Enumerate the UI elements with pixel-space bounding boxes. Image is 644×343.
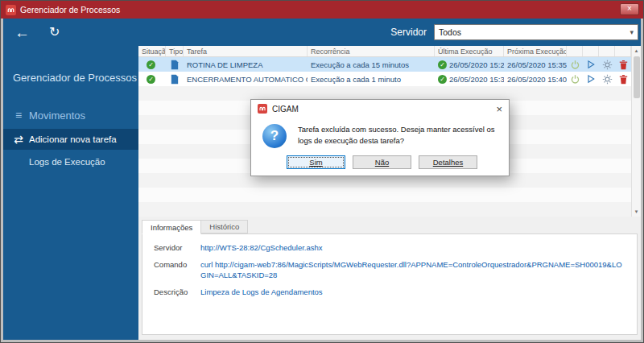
task-recurrence: Execução a cada 15 minutos	[308, 60, 435, 69]
window-close-button[interactable]: ×	[620, 3, 639, 15]
scroll-thumb[interactable]	[634, 56, 640, 98]
menu-icon: ≡	[8, 109, 29, 122]
column-situacao: Situação	[138, 46, 166, 56]
task-name: ENCERRAMENTO AUTOMATICO OS	[184, 75, 308, 84]
refresh-icon[interactable]: ↻	[49, 26, 60, 39]
yes-button[interactable]: Sim	[287, 155, 345, 169]
scrollbar[interactable]: ▴ ▾	[631, 46, 641, 217]
details-tabs: Informações Histórico	[142, 220, 638, 233]
task-next-run: 26/05/2020 15:40:00	[504, 75, 567, 84]
empty-row	[138, 188, 631, 202]
delete-trash-icon[interactable]	[615, 60, 631, 70]
table-row[interactable]: ✓ ENCERRAMENTO AUTOMATICO OS Execução a …	[138, 72, 631, 86]
tab-historico[interactable]: Histórico	[201, 220, 248, 233]
dialog-title: CIGAM	[272, 105, 299, 114]
chevron-down-icon: ▾	[630, 28, 634, 36]
confirmation-dialog: CIGAM × ? Tarefa excluída com sucesso. D…	[250, 99, 510, 176]
details-button[interactable]: Detalhes	[419, 155, 477, 169]
description-field: Descrição Limpeza de Logs de Agendamento…	[154, 287, 625, 297]
column-actions	[583, 46, 599, 56]
column-ultima-execucao: Última Execução	[435, 46, 504, 56]
description-field-value: Limpeza de Logs de Agendamentos	[200, 287, 323, 297]
delete-trash-icon[interactable]	[615, 74, 631, 85]
column-tarefa: Tarefa	[184, 46, 308, 56]
table-header: Situação Tipo Tarefa Recorrência Última …	[138, 46, 631, 57]
server-label: Servidor	[390, 27, 427, 38]
scroll-up-icon[interactable]: ▴	[632, 46, 641, 56]
app-window: Gerenciador de Processos × ← ↻ Servidor …	[0, 0, 644, 343]
task-name: ROTINA DE LIMPEZA	[184, 60, 308, 69]
task-type-icon	[166, 74, 184, 85]
run-now-icon[interactable]	[583, 60, 599, 69]
empty-row	[138, 202, 631, 217]
sidebar-title: Gerenciador de Processos	[3, 46, 138, 84]
no-button[interactable]: Não	[353, 155, 411, 169]
swap-icon: ⇄	[8, 133, 29, 146]
question-icon: ?	[262, 124, 287, 148]
dialog-titlebar: CIGAM ×	[251, 100, 509, 118]
dialog-buttons: Sim Não Detalhes	[287, 155, 477, 169]
task-type-icon	[166, 60, 184, 70]
column-actions	[567, 46, 583, 56]
main-content: Situação Tipo Tarefa Recorrência Última …	[138, 46, 641, 340]
sidebar-item-adicionar-nova-tarefa[interactable]: ⇄ Adicionar nova tarefa	[3, 129, 138, 150]
sidebar-item-logs-de-execucao[interactable]: Logs de Execução	[3, 151, 138, 172]
sidebar-item-label: Movimentos	[29, 110, 85, 122]
success-icon: ✓	[438, 60, 447, 69]
dialog-close-icon[interactable]: ×	[496, 104, 502, 114]
server-field-value[interactable]: http://WTS-28:82/CgScheduler.ashx	[200, 243, 323, 253]
status-ok-icon: ✓	[138, 75, 166, 84]
server-field: Servidor http://WTS-28:82/CgScheduler.as…	[154, 243, 625, 253]
details-panel: Informações Histórico Servidor http://WT…	[142, 220, 638, 335]
server-selected-value: Todos	[439, 27, 461, 37]
command-field: Comando curl http://cigam-web7:86/MagicS…	[154, 260, 625, 280]
column-actions	[599, 46, 615, 56]
scroll-down-icon[interactable]: ▾	[632, 207, 641, 217]
description-field-label: Descrição	[154, 287, 200, 297]
settings-gear-icon[interactable]	[599, 60, 615, 70]
column-proxima-execucao: Próxima Execução	[504, 46, 567, 56]
app-body: ← ↻ Servidor Todos ▾ Gerenciador de Proc…	[3, 19, 641, 340]
dialog-message: Tarefa excluída com sucesso. Deseja mant…	[298, 124, 497, 147]
window-titlebar: Gerenciador de Processos ×	[1, 1, 643, 19]
task-recurrence: Execução a cada 1 minuto	[308, 75, 435, 84]
command-field-label: Comando	[154, 260, 200, 280]
back-icon[interactable]: ←	[14, 25, 30, 40]
sidebar: Gerenciador de Processos ≡ Movimentos ⇄ …	[3, 46, 138, 340]
sidebar-item-label: Logs de Execução	[29, 157, 105, 167]
task-last-run: ✓26/05/2020 15:20:01	[435, 60, 504, 69]
tab-informacoes[interactable]: Informações	[142, 220, 201, 234]
status-ok-icon: ✓	[138, 60, 166, 69]
task-next-run: 26/05/2020 15:35:00	[504, 60, 567, 69]
power-toggle-icon[interactable]	[567, 60, 583, 70]
success-icon: ✓	[438, 75, 447, 84]
sidebar-item-label: Adicionar nova tarefa	[29, 134, 117, 144]
server-field-label: Servidor	[154, 243, 200, 253]
run-now-icon[interactable]	[583, 74, 599, 84]
server-select[interactable]: Todos ▾	[434, 24, 638, 40]
window-title: Gerenciador de Processos	[20, 5, 638, 14]
command-field-value[interactable]: curl http://cigam-web7:86/MagicScripts/M…	[200, 260, 625, 280]
column-recorrencia: Recorrência	[308, 46, 435, 56]
sidebar-item-movimentos[interactable]: ≡ Movimentos	[3, 105, 138, 126]
cigam-logo-icon	[258, 104, 267, 114]
column-tipo: Tipo	[166, 46, 184, 56]
table-row[interactable]: ✓ ROTINA DE LIMPEZA Execução a cada 15 m…	[138, 57, 631, 72]
details-content: Servidor http://WTS-28:82/CgScheduler.as…	[142, 233, 638, 335]
navbar: ← ↻ Servidor Todos ▾	[3, 19, 641, 46]
power-toggle-icon[interactable]	[567, 74, 583, 85]
cigam-logo-icon	[6, 5, 16, 15]
column-actions	[615, 46, 631, 56]
settings-gear-icon[interactable]	[599, 74, 615, 85]
task-last-run: ✓26/05/2020 15:39:00	[435, 75, 504, 84]
